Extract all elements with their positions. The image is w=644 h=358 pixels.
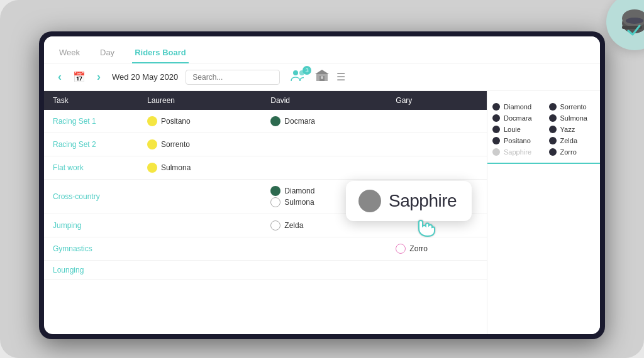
task-name: Lounging <box>53 266 84 274</box>
prev-button[interactable]: ‹ <box>54 69 65 85</box>
horse-entry[interactable]: Positano <box>147 116 253 126</box>
svg-rect-9 <box>321 76 323 79</box>
sapphire-tooltip-name: Sapphire <box>389 191 457 211</box>
col-gary: Gary <box>387 91 487 110</box>
horse-dot <box>492 103 500 111</box>
horse-entry[interactable]: Sorrento <box>147 139 253 149</box>
horse-name: Diamond <box>284 187 314 195</box>
horse-name: Sorrento <box>161 140 190 149</box>
list-item-grayed[interactable]: Sapphire <box>492 146 539 158</box>
task-name: Flat work <box>53 163 84 172</box>
horse-name: Zelda <box>284 221 303 230</box>
horse-entry[interactable]: Zorro <box>396 244 478 254</box>
cursor-hand <box>415 212 440 245</box>
search-input[interactable] <box>186 70 280 85</box>
tab-week[interactable]: Week <box>57 43 82 63</box>
horse-dot <box>549 114 557 122</box>
horse-entry[interactable]: Zelda <box>270 220 378 231</box>
horse-name: Sulmona <box>284 198 314 207</box>
horse-name: Louie <box>504 126 521 133</box>
horse-name: Zelda <box>560 137 578 144</box>
horse-list: Diamond Docmara Louie Positano <box>487 96 600 164</box>
list-item[interactable]: Zorro <box>549 146 596 158</box>
toolbar: ‹ 📅 › Wed 20 May 2020 3 <box>44 63 600 91</box>
table-row: Racing Set 1 Positano Docmara <box>44 110 487 133</box>
horse-name: Sulmona <box>161 163 191 172</box>
horse-dot <box>549 126 557 133</box>
horse-name: Positano <box>161 117 191 126</box>
device-frame: Week Day Riders Board ‹ 📅 › Wed 20 May 2… <box>39 31 605 339</box>
horse-dot <box>270 116 280 126</box>
horse-name: Sapphire <box>504 148 531 156</box>
svg-marker-6 <box>315 70 329 74</box>
horse-name: Diamond <box>504 103 531 111</box>
svg-point-4 <box>293 70 298 75</box>
horse-dot <box>549 137 557 144</box>
list-item[interactable]: Yazz <box>549 124 596 135</box>
horse-dot <box>270 220 280 231</box>
date-label: Wed 20 May 2020 <box>112 72 178 82</box>
horse-name: Zorro <box>560 148 577 156</box>
right-panel: Diamond Docmara Louie Positano <box>487 91 600 334</box>
task-name: Jumping <box>53 221 81 230</box>
list-item[interactable]: Positano <box>492 135 539 146</box>
horse-dot <box>147 116 157 126</box>
horse-dot <box>147 163 157 173</box>
list-item[interactable]: Sulmona <box>549 112 596 124</box>
sapphire-dot <box>358 190 381 212</box>
screen: Week Day Riders Board ‹ 📅 › Wed 20 May 2… <box>44 36 600 334</box>
toolbar-icons: 3 ☰ <box>290 68 345 85</box>
task-name: Racing Set 2 <box>53 140 96 149</box>
horse-dot <box>270 197 280 207</box>
col-david: David <box>262 91 387 110</box>
list-item[interactable]: Louie <box>492 124 539 135</box>
list-item[interactable]: Sorrento <box>549 101 596 112</box>
next-button[interactable]: › <box>93 69 104 85</box>
task-name: Gymnastics <box>53 244 92 253</box>
table-row: Racing Set 2 Sorrento <box>44 133 487 156</box>
list-item[interactable]: Docmara <box>492 112 539 124</box>
horse-dot <box>492 114 500 122</box>
horse-dot <box>492 148 500 156</box>
col-task: Task <box>44 91 138 110</box>
horse-dot <box>549 103 557 111</box>
riders-icon[interactable]: 3 <box>290 68 308 85</box>
horse-list-col1: Diamond Docmara Louie Positano <box>487 99 544 160</box>
horse-dot <box>270 186 280 196</box>
horse-entry[interactable]: Docmara <box>270 116 378 126</box>
horse-name: Sulmona <box>560 114 587 122</box>
horse-name: Sorrento <box>560 103 587 111</box>
task-name: Racing Set 1 <box>53 117 96 126</box>
list-item[interactable]: Zelda <box>549 135 596 146</box>
horse-name: Docmara <box>504 114 532 122</box>
list-item[interactable]: Diamond <box>492 101 539 112</box>
stable-icon[interactable] <box>314 68 330 85</box>
horse-dot <box>396 244 406 254</box>
horse-name: Yazz <box>560 126 575 133</box>
table-row: Flat work Sulmona <box>44 156 487 180</box>
horse-dot <box>549 148 557 156</box>
rider-badge: 3 <box>303 66 311 75</box>
horse-dot <box>492 137 500 144</box>
horse-name: Docmara <box>284 117 315 126</box>
tab-riders-board[interactable]: Riders Board <box>132 43 189 63</box>
tab-bar: Week Day Riders Board <box>44 36 600 63</box>
sapphire-tooltip: Sapphire <box>346 181 472 221</box>
menu-icon[interactable]: ☰ <box>336 71 345 83</box>
calendar-icon[interactable]: 📅 <box>73 71 86 83</box>
task-name: Cross-country <box>53 192 100 201</box>
horse-entry[interactable]: Sulmona <box>147 163 253 173</box>
horse-list-col2: Sorrento Sulmona Yazz Zelda <box>544 99 601 160</box>
horse-dot <box>492 126 500 133</box>
horse-name: Zorro <box>409 244 428 253</box>
horse-dot <box>147 139 157 149</box>
svg-point-3 <box>626 18 643 24</box>
col-laureen: Laureen <box>138 91 262 110</box>
main-content: Task Laureen David Gary Racing Set 1 <box>44 91 600 334</box>
tab-day[interactable]: Day <box>97 43 117 63</box>
table-row: Lounging <box>44 261 487 280</box>
horse-name: Positano <box>504 137 531 144</box>
